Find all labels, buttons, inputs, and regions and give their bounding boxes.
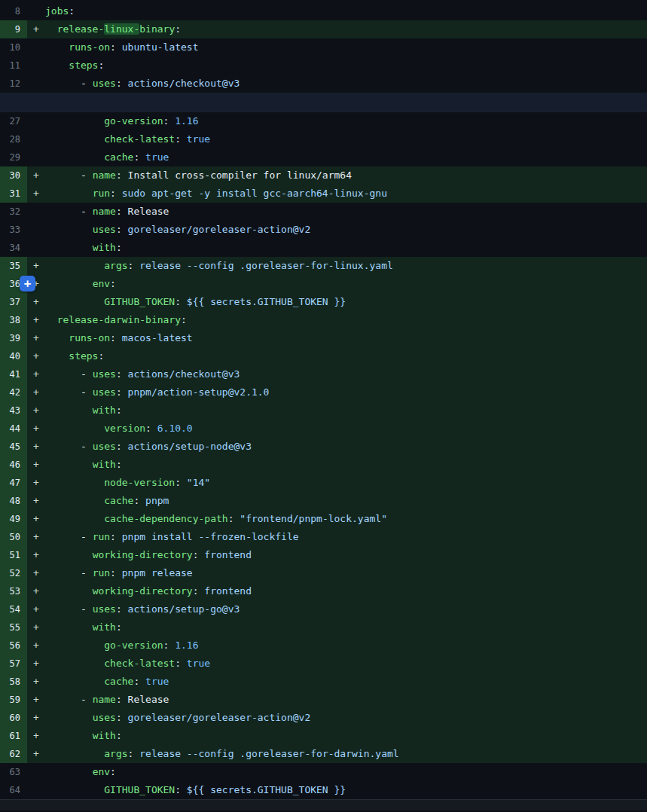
- line-number[interactable]: 59: [0, 691, 27, 709]
- line-number[interactable]: 55: [0, 618, 27, 636]
- code-token: [45, 404, 93, 416]
- diff-line-61: 61+ with:: [0, 727, 647, 745]
- line-number[interactable]: 27: [0, 112, 27, 130]
- code-cell: + with:: [27, 401, 647, 420]
- diff-marker: +: [33, 329, 39, 347]
- diff-line-45: 45+ - uses: actions/setup-node@v3: [0, 438, 647, 456]
- line-number[interactable]: 51: [0, 546, 27, 564]
- code-token: :: [116, 441, 128, 452]
- line-number[interactable]: 41: [0, 365, 27, 383]
- diff-line-36: 36++ env:: [0, 275, 647, 293]
- code-token: [45, 151, 104, 163]
- code-token: check-latest: [104, 133, 175, 145]
- line-number[interactable]: 54: [0, 600, 27, 618]
- code-token: 1.16: [175, 115, 198, 127]
- line-number[interactable]: 11: [0, 56, 27, 75]
- line-number[interactable]: 56: [0, 636, 27, 655]
- code-token: node-version: [104, 477, 175, 488]
- code-cell: ++ env:: [27, 275, 647, 293]
- code-cell: + - run: pnpm install --frozen-lockfile: [27, 528, 647, 546]
- code-token: run: [93, 567, 110, 578]
- line-number[interactable]: 60: [0, 709, 27, 727]
- code-token: :: [193, 549, 205, 560]
- code-token: :: [116, 224, 128, 235]
- diff-end-divider: [0, 799, 647, 810]
- code-cell: - name: Release: [27, 203, 647, 221]
- code-token: -: [45, 386, 93, 398]
- line-number[interactable]: 35: [0, 257, 27, 275]
- line-number[interactable]: 28: [0, 130, 27, 148]
- line-number[interactable]: 44: [0, 420, 27, 438]
- code-token: ubuntu-latest: [122, 41, 199, 53]
- line-number[interactable]: 63: [0, 763, 27, 781]
- line-number[interactable]: 58: [0, 673, 27, 691]
- code-token: [45, 115, 104, 127]
- line-number[interactable]: 46: [0, 456, 27, 474]
- code-token: :: [116, 78, 128, 89]
- line-number[interactable]: 8: [0, 2, 27, 20]
- code-token: :: [133, 495, 145, 506]
- line-number[interactable]: 52: [0, 564, 27, 582]
- diff-marker: +: [33, 456, 39, 474]
- code-token: :: [69, 5, 75, 17]
- code-token: go-version: [104, 115, 163, 127]
- diff-line-47: 47+ node-version: "14": [0, 474, 647, 492]
- line-number[interactable]: 34: [0, 239, 27, 257]
- line-number[interactable]: 48: [0, 492, 27, 510]
- code-token: name: [93, 206, 116, 217]
- code-cell: + with:: [27, 727, 647, 745]
- code-token: :: [110, 332, 122, 343]
- line-number[interactable]: 43: [0, 401, 27, 420]
- code-token: uses: [93, 386, 116, 398]
- diff-line-27: 27 go-version: 1.16: [0, 112, 647, 130]
- code-token: :: [133, 151, 145, 163]
- line-number[interactable]: 62: [0, 745, 27, 763]
- code-token: :: [110, 531, 122, 542]
- code-token: :: [175, 784, 187, 795]
- code-token: :: [116, 404, 122, 416]
- line-number[interactable]: 9: [0, 20, 27, 38]
- code-cell: + cache: true: [27, 673, 647, 691]
- line-number[interactable]: 61: [0, 727, 27, 745]
- code-cell: + args: release --config .goreleaser-for…: [27, 257, 647, 275]
- line-number[interactable]: 40: [0, 347, 27, 365]
- line-number[interactable]: 30: [0, 166, 27, 185]
- line-number[interactable]: 45: [0, 438, 27, 456]
- line-number[interactable]: 12: [0, 75, 27, 93]
- code-token: steps: [69, 350, 98, 362]
- line-number[interactable]: 29: [0, 148, 27, 166]
- line-number[interactable]: 42: [0, 383, 27, 401]
- line-number[interactable]: 38: [0, 311, 27, 329]
- code-token: [45, 278, 93, 289]
- line-number[interactable]: 57: [0, 655, 27, 673]
- code-token: cache: [104, 151, 133, 163]
- line-number[interactable]: 39: [0, 329, 27, 347]
- code-cell: check-latest: true: [27, 130, 647, 148]
- add-comment-button[interactable]: +: [20, 276, 35, 292]
- line-number[interactable]: 33: [0, 221, 27, 239]
- code-token: uses: [93, 712, 116, 723]
- code-token: with: [93, 621, 116, 633]
- diff-line-29: 29 cache: true: [0, 148, 647, 166]
- line-number[interactable]: 64: [0, 781, 27, 799]
- line-number[interactable]: 49: [0, 510, 27, 528]
- diff-line-39: 39+ runs-on: macos-latest: [0, 329, 647, 347]
- diff-line-51: 51+ working-directory: frontend: [0, 546, 647, 564]
- code-token: :: [116, 368, 128, 380]
- line-number[interactable]: 53: [0, 582, 27, 600]
- diff-line-49: 49+ cache-dependency-path: "frontend/pnp…: [0, 510, 647, 528]
- line-number[interactable]: 50: [0, 528, 27, 546]
- line-number[interactable]: 32: [0, 203, 27, 221]
- code-token: [45, 477, 104, 488]
- code-token: [45, 423, 104, 434]
- diff-line-50: 50+ - run: pnpm install --frozen-lockfil…: [0, 528, 647, 546]
- code-token: -: [45, 694, 93, 705]
- line-number[interactable]: 37: [0, 293, 27, 311]
- expand-hunk-row[interactable]: [0, 93, 647, 112]
- code-cell: + check-latest: true: [27, 655, 647, 673]
- line-number[interactable]: 10: [0, 38, 27, 56]
- code-cell: - uses: actions/checkout@v3: [27, 75, 647, 93]
- line-number[interactable]: 47: [0, 474, 27, 492]
- line-number[interactable]: 31: [0, 185, 27, 203]
- code-token: 6.10.0: [157, 423, 193, 434]
